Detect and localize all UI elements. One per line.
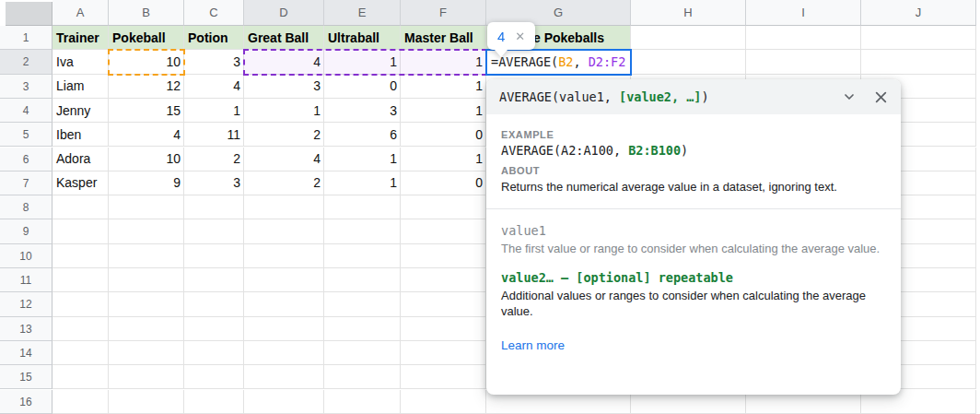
cell-F11[interactable] (401, 268, 486, 292)
cell-C7[interactable]: 3 (184, 172, 244, 195)
cell-E6[interactable]: 1 (324, 148, 401, 172)
column-header-C[interactable]: C (184, 0, 244, 26)
cell-B14[interactable] (109, 341, 184, 365)
cell-C4[interactable]: 1 (184, 99, 244, 123)
cell-D4[interactable]: 1 (244, 99, 324, 123)
cell-D13[interactable] (244, 317, 324, 341)
cell-D11[interactable] (244, 268, 324, 292)
cell-D9[interactable] (244, 219, 324, 243)
row-header-12[interactable]: 12 (0, 292, 52, 316)
cell-C12[interactable] (184, 292, 244, 316)
select-all-corner[interactable] (6, 2, 52, 26)
cell-C6[interactable]: 2 (184, 148, 244, 172)
row-header-14[interactable]: 14 (0, 341, 52, 365)
cell-E10[interactable] (324, 244, 401, 268)
cell-I2[interactable] (746, 50, 861, 74)
cell-B3[interactable]: 12 (109, 75, 184, 99)
row-header-4[interactable]: 4 (0, 99, 52, 123)
cell-F12[interactable] (401, 292, 486, 316)
column-header-D[interactable]: D (244, 0, 324, 26)
cell-A4[interactable]: Jenny (52, 99, 109, 123)
cell-A12[interactable] (52, 292, 109, 316)
cell-F10[interactable] (401, 244, 486, 268)
cell-D1[interactable]: Great Ball (244, 26, 324, 50)
cell-F8[interactable] (401, 195, 486, 219)
cell-B6[interactable]: 10 (109, 148, 184, 172)
cell-C1[interactable]: Potion (184, 26, 244, 50)
cell-C11[interactable] (184, 268, 244, 292)
cell-B7[interactable]: 9 (109, 172, 184, 195)
cell-F4[interactable]: 1 (401, 99, 486, 123)
cell-B1[interactable]: Pokeball (109, 26, 184, 50)
row-header-9[interactable]: 9 (0, 219, 52, 243)
cell-H1[interactable] (631, 26, 746, 50)
cell-B9[interactable] (109, 219, 184, 243)
cell-B4[interactable]: 15 (109, 99, 184, 123)
cell-C14[interactable] (184, 341, 244, 365)
row-header-5[interactable]: 5 (0, 123, 52, 147)
cell-F5[interactable]: 0 (401, 123, 486, 147)
cell-A14[interactable] (52, 341, 109, 365)
column-header-A[interactable]: A (52, 0, 109, 26)
cell-D15[interactable] (244, 365, 324, 389)
cell-A15[interactable] (52, 365, 109, 389)
cell-E4[interactable]: 3 (324, 99, 401, 123)
cell-C10[interactable] (184, 244, 244, 268)
cell-H2[interactable] (631, 50, 746, 74)
cell-A5[interactable]: Iben (52, 123, 109, 147)
cell-D5[interactable]: 2 (244, 123, 324, 147)
cell-J2[interactable] (861, 50, 976, 74)
cell-E5[interactable]: 6 (324, 123, 401, 147)
cell-I1[interactable] (746, 26, 861, 50)
row-header-13[interactable]: 13 (0, 317, 52, 341)
row-header-1[interactable]: 1 (0, 26, 52, 50)
row-header-8[interactable]: 8 (0, 195, 52, 219)
cell-D6[interactable]: 4 (244, 148, 324, 172)
cell-B12[interactable] (109, 292, 184, 316)
row-header-3[interactable]: 3 (0, 75, 52, 99)
cell-E15[interactable] (324, 365, 401, 389)
cell-J1[interactable] (861, 26, 976, 50)
cell-F9[interactable] (401, 219, 486, 243)
cell-F7[interactable]: 0 (401, 172, 486, 195)
close-icon[interactable] (873, 89, 888, 104)
cell-D10[interactable] (244, 244, 324, 268)
cell-A1[interactable]: Trainer (52, 26, 109, 50)
column-header-H[interactable]: H (631, 0, 746, 26)
cell-C5[interactable]: 11 (184, 123, 244, 147)
cell-F1[interactable]: Master Ball (401, 26, 486, 50)
column-header-E[interactable]: E (324, 0, 401, 26)
cell-B5[interactable]: 4 (109, 123, 184, 147)
cell-A7[interactable]: Kasper (52, 172, 109, 195)
cell-C2[interactable]: 3 (184, 50, 244, 74)
cell-E14[interactable] (324, 341, 401, 365)
cell-F16[interactable] (401, 390, 486, 414)
cell-E8[interactable] (324, 195, 401, 219)
cell-E13[interactable] (324, 317, 401, 341)
cell-F2[interactable]: 1 (401, 50, 486, 74)
cell-C16[interactable] (184, 390, 244, 414)
cell-E12[interactable] (324, 292, 401, 316)
cell-E7[interactable]: 1 (324, 172, 401, 195)
column-header-J[interactable]: J (861, 0, 976, 26)
cell-B13[interactable] (109, 317, 184, 341)
row-header-6[interactable]: 6 (0, 148, 52, 172)
chevron-down-icon[interactable] (842, 89, 857, 104)
cell-E1[interactable]: Ultraball (324, 26, 401, 50)
row-header-10[interactable]: 10 (0, 244, 52, 268)
cell-C9[interactable] (184, 219, 244, 243)
cell-E2[interactable]: 1 (324, 50, 401, 74)
cell-C8[interactable] (184, 195, 244, 219)
close-icon[interactable]: ✕ (515, 30, 525, 43)
cell-F13[interactable] (401, 317, 486, 341)
cell-E9[interactable] (324, 219, 401, 243)
cell-B10[interactable] (109, 244, 184, 268)
cell-C13[interactable] (184, 317, 244, 341)
row-header-11[interactable]: 11 (0, 268, 52, 292)
cell-E11[interactable] (324, 268, 401, 292)
cell-D14[interactable] (244, 341, 324, 365)
row-header-15[interactable]: 15 (0, 365, 52, 389)
cell-D8[interactable] (244, 195, 324, 219)
cell-D7[interactable]: 2 (244, 172, 324, 195)
cell-A11[interactable] (52, 268, 109, 292)
